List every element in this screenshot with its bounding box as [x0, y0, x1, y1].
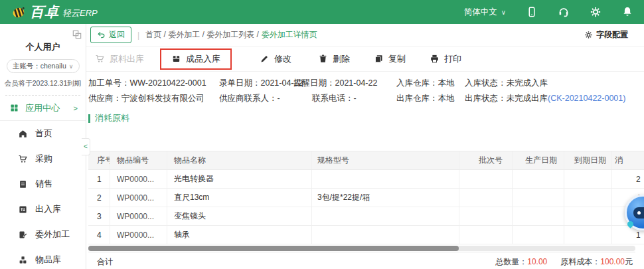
sidebar-collapse-button[interactable]: < [82, 138, 90, 155]
sales-doc-icon [18, 179, 28, 189]
main-content: 返回 | 首页 / 委外加工 / 委外加工列表 / 委外加工详情页 字段配置 [86, 24, 644, 269]
account-selector[interactable]: 主账号：chenailu ∨ [7, 59, 80, 73]
table-row[interactable]: 4 WP0000... 轴承 1 [88, 226, 644, 244]
layout-toggle-icon[interactable] [72, 29, 82, 40]
home-icon [18, 129, 28, 139]
supplier-contact: 供应商联系人：- [219, 93, 280, 104]
cart-icon [18, 154, 28, 164]
in-status: 入库状态：未完成入库 [465, 78, 548, 89]
trash-icon [318, 54, 328, 64]
col-header-batch: 批次号 [459, 151, 513, 169]
back-arrow-icon [97, 31, 106, 39]
in-warehouse: 入库仓库：本地 [396, 78, 455, 89]
table-header-row: 序号 物品编号 物品名称 规格型号 批次号 生产日期 到期日期 消 [88, 151, 644, 170]
robot-face-icon [633, 207, 644, 219]
in-out-icon [18, 205, 28, 215]
edit-button[interactable]: 修改 [260, 53, 291, 65]
section-accent-bar [88, 114, 90, 123]
brand-suffix: 轻云ERP [62, 7, 98, 19]
section-title-consumed-materials: 消耗原料 [88, 112, 644, 124]
language-selector[interactable]: 简体中文 ∨ [464, 7, 506, 18]
order-info: 加工单号：WW-20210422-0001 录单日期：2021-04-22 提醒… [86, 72, 644, 108]
print-button[interactable]: 打印 [430, 53, 461, 65]
sidebar-item-sales[interactable]: 销售 [0, 171, 86, 197]
field-config-button[interactable]: 字段配置 [584, 29, 628, 41]
supplier: 供应商：宁波创科发技有限公司 [88, 93, 204, 104]
material-outbound-button[interactable]: 原料出库 [95, 53, 144, 65]
col-header-qty: 消 [612, 151, 644, 169]
copy-icon [374, 54, 384, 64]
user-type-label: 个人用户 [0, 41, 86, 53]
settings-gear-icon[interactable] [590, 6, 602, 18]
copy-button[interactable]: 复制 [374, 53, 406, 65]
back-button[interactable]: 返回 [90, 27, 131, 43]
sidebar-item-app-center[interactable]: 应用中心 > [0, 96, 86, 120]
out-warehouse: 出库仓库：本地 [396, 93, 455, 104]
printer-icon [430, 54, 440, 64]
membership-expiry: 会员将于2023.12.31到期 [0, 79, 86, 88]
action-toolbar: 原料出库 成品入库 修改 [86, 46, 644, 72]
box-icon [171, 54, 181, 64]
app-grid-icon [9, 103, 19, 113]
col-header-code: 物品编号 [110, 151, 167, 169]
sum-label: 合计 [88, 256, 113, 268]
breadcrumb-current: 委外加工详情页 [262, 29, 317, 41]
entry-date: 录单日期：2021-04-22 [219, 78, 303, 89]
brand-name: 百卓 [30, 3, 59, 21]
sidebar-item-home[interactable]: 首页 [0, 121, 86, 146]
sidebar-item-purchase[interactable]: 采购 [0, 146, 86, 171]
sidebar: 个人用户 主账号：chenailu ∨ 会员将于2023.12.31到期 应用中… [0, 24, 86, 269]
remind-date: 提醒日期：2021-04-22 [293, 78, 377, 89]
sidebar-item-outsourcing[interactable]: 委外加工 [0, 222, 86, 247]
chevron-down-icon: ∨ [69, 63, 74, 70]
outsourcing-icon [18, 230, 28, 240]
pipe-divider: | [137, 31, 139, 40]
table-row[interactable]: 3 WP0000... 变焦镜头 3 [88, 207, 644, 226]
table-row[interactable]: 1 WP0000... 光电转换器 2 [88, 170, 644, 189]
brand-logo[interactable]: 百卓 轻云ERP [11, 3, 98, 21]
total-cost: 原料成本：100.00元 [560, 256, 633, 268]
col-header-exp-date: 到期日期 [564, 151, 612, 169]
sidebar-item-in-out-warehouse[interactable]: 出入库 [0, 197, 86, 222]
col-header-spec: 规格型号 [312, 151, 459, 169]
col-header-name: 物品名称 [167, 151, 312, 169]
field-config-gear-icon [584, 31, 593, 39]
horizontal-scrollbar-track[interactable] [88, 246, 635, 251]
customer-support-icon[interactable] [558, 6, 570, 18]
breadcrumb-trail[interactable]: 首页 / 委外加工 / 委外加工列表 / [145, 29, 259, 41]
sidebar-item-item-library[interactable]: 物品库 [0, 247, 86, 269]
top-header-bar: 百卓 轻云ERP 简体中文 ∨ [0, 0, 644, 24]
out-status: 出库状态：未完成出库(CK-20210422-0001) [465, 93, 625, 104]
erp-app: 百卓 轻云ERP 简体中文 ∨ [0, 0, 644, 269]
highlight-box: 成品入库 [160, 48, 232, 70]
order-no: 加工单号：WW-20210422-0001 [88, 78, 206, 89]
chevron-right-icon: > [74, 104, 78, 112]
materials-table: 序号 物品编号 物品名称 规格型号 批次号 生产日期 到期日期 消 1 WP00… [88, 151, 644, 269]
items-icon [18, 255, 28, 265]
pencil-icon [260, 54, 270, 64]
col-header-seq: 序号 [88, 151, 110, 169]
chevron-down-icon: ∨ [501, 9, 506, 16]
outbound-order-link[interactable]: (CK-20210422-0001) [548, 94, 625, 103]
delete-button[interactable]: 删除 [318, 53, 350, 65]
horizontal-scrollbar-thumb[interactable] [88, 246, 459, 251]
table-row[interactable]: 2 WP0000... 直尺13cm 3包/提*22提/箱 4 [88, 189, 644, 207]
notification-bell-icon[interactable] [621, 6, 633, 18]
phone: 联系电话：- [312, 93, 357, 104]
total-qty: 总数量：10.00 [495, 256, 547, 268]
product-inbound-button[interactable]: 成品入库 [171, 53, 220, 65]
mobile-app-icon[interactable] [526, 6, 538, 18]
table-footer-totals: 合计 总数量：10.00 原料成本：100.00元 [88, 252, 635, 269]
col-header-prod-date: 生产日期 [513, 151, 564, 169]
cart-icon [95, 54, 105, 64]
bee-logo-icon [11, 4, 27, 20]
breadcrumb: 返回 | 首页 / 委外加工 / 委外加工列表 / 委外加工详情页 字段配置 [86, 24, 644, 46]
